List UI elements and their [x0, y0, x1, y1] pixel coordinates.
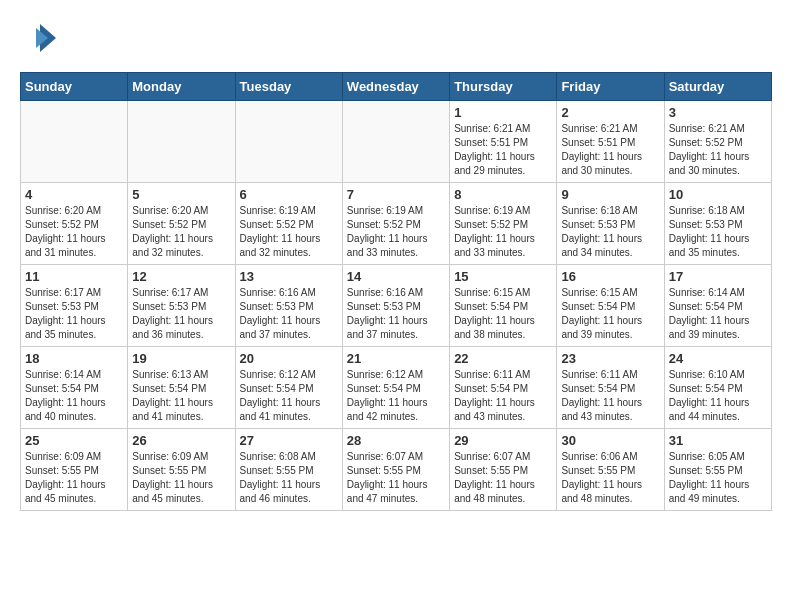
- weekday-header-wednesday: Wednesday: [342, 73, 449, 101]
- weekday-header-saturday: Saturday: [664, 73, 771, 101]
- day-info: Sunrise: 6:12 AM Sunset: 5:54 PM Dayligh…: [347, 368, 445, 424]
- day-info: Sunrise: 6:15 AM Sunset: 5:54 PM Dayligh…: [454, 286, 552, 342]
- day-info: Sunrise: 6:06 AM Sunset: 5:55 PM Dayligh…: [561, 450, 659, 506]
- day-info: Sunrise: 6:17 AM Sunset: 5:53 PM Dayligh…: [25, 286, 123, 342]
- day-info: Sunrise: 6:14 AM Sunset: 5:54 PM Dayligh…: [669, 286, 767, 342]
- day-number: 3: [669, 105, 767, 120]
- day-number: 4: [25, 187, 123, 202]
- day-number: 13: [240, 269, 338, 284]
- calendar-cell: [342, 101, 449, 183]
- calendar-cell: 14Sunrise: 6:16 AM Sunset: 5:53 PM Dayli…: [342, 265, 449, 347]
- day-number: 7: [347, 187, 445, 202]
- calendar-cell: 6Sunrise: 6:19 AM Sunset: 5:52 PM Daylig…: [235, 183, 342, 265]
- calendar-cell: 18Sunrise: 6:14 AM Sunset: 5:54 PM Dayli…: [21, 347, 128, 429]
- calendar-cell: 4Sunrise: 6:20 AM Sunset: 5:52 PM Daylig…: [21, 183, 128, 265]
- day-number: 16: [561, 269, 659, 284]
- day-info: Sunrise: 6:07 AM Sunset: 5:55 PM Dayligh…: [347, 450, 445, 506]
- day-info: Sunrise: 6:09 AM Sunset: 5:55 PM Dayligh…: [132, 450, 230, 506]
- calendar-cell: 31Sunrise: 6:05 AM Sunset: 5:55 PM Dayli…: [664, 429, 771, 511]
- calendar-cell: 1Sunrise: 6:21 AM Sunset: 5:51 PM Daylig…: [450, 101, 557, 183]
- day-number: 9: [561, 187, 659, 202]
- day-info: Sunrise: 6:21 AM Sunset: 5:51 PM Dayligh…: [454, 122, 552, 178]
- day-info: Sunrise: 6:10 AM Sunset: 5:54 PM Dayligh…: [669, 368, 767, 424]
- day-info: Sunrise: 6:11 AM Sunset: 5:54 PM Dayligh…: [561, 368, 659, 424]
- day-info: Sunrise: 6:11 AM Sunset: 5:54 PM Dayligh…: [454, 368, 552, 424]
- calendar-cell: 25Sunrise: 6:09 AM Sunset: 5:55 PM Dayli…: [21, 429, 128, 511]
- day-info: Sunrise: 6:12 AM Sunset: 5:54 PM Dayligh…: [240, 368, 338, 424]
- calendar-cell: 30Sunrise: 6:06 AM Sunset: 5:55 PM Dayli…: [557, 429, 664, 511]
- day-info: Sunrise: 6:18 AM Sunset: 5:53 PM Dayligh…: [669, 204, 767, 260]
- day-info: Sunrise: 6:18 AM Sunset: 5:53 PM Dayligh…: [561, 204, 659, 260]
- calendar-cell: 26Sunrise: 6:09 AM Sunset: 5:55 PM Dayli…: [128, 429, 235, 511]
- weekday-header-monday: Monday: [128, 73, 235, 101]
- day-number: 23: [561, 351, 659, 366]
- day-number: 27: [240, 433, 338, 448]
- calendar-cell: 10Sunrise: 6:18 AM Sunset: 5:53 PM Dayli…: [664, 183, 771, 265]
- calendar-cell: 9Sunrise: 6:18 AM Sunset: 5:53 PM Daylig…: [557, 183, 664, 265]
- day-number: 24: [669, 351, 767, 366]
- day-number: 15: [454, 269, 552, 284]
- weekday-header-thursday: Thursday: [450, 73, 557, 101]
- day-info: Sunrise: 6:19 AM Sunset: 5:52 PM Dayligh…: [347, 204, 445, 260]
- calendar-cell: 27Sunrise: 6:08 AM Sunset: 5:55 PM Dayli…: [235, 429, 342, 511]
- calendar-cell: 3Sunrise: 6:21 AM Sunset: 5:52 PM Daylig…: [664, 101, 771, 183]
- day-info: Sunrise: 6:15 AM Sunset: 5:54 PM Dayligh…: [561, 286, 659, 342]
- day-number: 12: [132, 269, 230, 284]
- day-number: 18: [25, 351, 123, 366]
- day-number: 21: [347, 351, 445, 366]
- calendar-cell: 2Sunrise: 6:21 AM Sunset: 5:51 PM Daylig…: [557, 101, 664, 183]
- day-info: Sunrise: 6:20 AM Sunset: 5:52 PM Dayligh…: [132, 204, 230, 260]
- calendar-cell: 28Sunrise: 6:07 AM Sunset: 5:55 PM Dayli…: [342, 429, 449, 511]
- day-number: 11: [25, 269, 123, 284]
- day-number: 8: [454, 187, 552, 202]
- day-info: Sunrise: 6:17 AM Sunset: 5:53 PM Dayligh…: [132, 286, 230, 342]
- day-info: Sunrise: 6:08 AM Sunset: 5:55 PM Dayligh…: [240, 450, 338, 506]
- day-number: 2: [561, 105, 659, 120]
- day-info: Sunrise: 6:13 AM Sunset: 5:54 PM Dayligh…: [132, 368, 230, 424]
- day-number: 5: [132, 187, 230, 202]
- calendar-cell: 24Sunrise: 6:10 AM Sunset: 5:54 PM Dayli…: [664, 347, 771, 429]
- calendar-cell: [21, 101, 128, 183]
- calendar-cell: 11Sunrise: 6:17 AM Sunset: 5:53 PM Dayli…: [21, 265, 128, 347]
- logo: [20, 20, 60, 56]
- day-info: Sunrise: 6:20 AM Sunset: 5:52 PM Dayligh…: [25, 204, 123, 260]
- day-info: Sunrise: 6:16 AM Sunset: 5:53 PM Dayligh…: [347, 286, 445, 342]
- day-number: 26: [132, 433, 230, 448]
- logo-icon: [20, 20, 56, 56]
- week-row-2: 4Sunrise: 6:20 AM Sunset: 5:52 PM Daylig…: [21, 183, 772, 265]
- calendar-table: SundayMondayTuesdayWednesdayThursdayFrid…: [20, 72, 772, 511]
- day-number: 1: [454, 105, 552, 120]
- calendar-cell: [235, 101, 342, 183]
- day-number: 29: [454, 433, 552, 448]
- calendar-cell: 16Sunrise: 6:15 AM Sunset: 5:54 PM Dayli…: [557, 265, 664, 347]
- calendar-cell: 17Sunrise: 6:14 AM Sunset: 5:54 PM Dayli…: [664, 265, 771, 347]
- day-number: 28: [347, 433, 445, 448]
- day-number: 19: [132, 351, 230, 366]
- day-info: Sunrise: 6:16 AM Sunset: 5:53 PM Dayligh…: [240, 286, 338, 342]
- calendar-cell: [128, 101, 235, 183]
- weekday-header-tuesday: Tuesday: [235, 73, 342, 101]
- calendar-cell: 21Sunrise: 6:12 AM Sunset: 5:54 PM Dayli…: [342, 347, 449, 429]
- week-row-1: 1Sunrise: 6:21 AM Sunset: 5:51 PM Daylig…: [21, 101, 772, 183]
- day-number: 6: [240, 187, 338, 202]
- day-info: Sunrise: 6:21 AM Sunset: 5:52 PM Dayligh…: [669, 122, 767, 178]
- week-row-5: 25Sunrise: 6:09 AM Sunset: 5:55 PM Dayli…: [21, 429, 772, 511]
- day-number: 20: [240, 351, 338, 366]
- day-info: Sunrise: 6:21 AM Sunset: 5:51 PM Dayligh…: [561, 122, 659, 178]
- day-info: Sunrise: 6:07 AM Sunset: 5:55 PM Dayligh…: [454, 450, 552, 506]
- day-info: Sunrise: 6:19 AM Sunset: 5:52 PM Dayligh…: [240, 204, 338, 260]
- week-row-4: 18Sunrise: 6:14 AM Sunset: 5:54 PM Dayli…: [21, 347, 772, 429]
- day-info: Sunrise: 6:14 AM Sunset: 5:54 PM Dayligh…: [25, 368, 123, 424]
- calendar-cell: 13Sunrise: 6:16 AM Sunset: 5:53 PM Dayli…: [235, 265, 342, 347]
- calendar-cell: 15Sunrise: 6:15 AM Sunset: 5:54 PM Dayli…: [450, 265, 557, 347]
- calendar-cell: 12Sunrise: 6:17 AM Sunset: 5:53 PM Dayli…: [128, 265, 235, 347]
- day-number: 14: [347, 269, 445, 284]
- weekday-header-sunday: Sunday: [21, 73, 128, 101]
- day-number: 22: [454, 351, 552, 366]
- weekday-header-friday: Friday: [557, 73, 664, 101]
- calendar-cell: 29Sunrise: 6:07 AM Sunset: 5:55 PM Dayli…: [450, 429, 557, 511]
- day-number: 31: [669, 433, 767, 448]
- day-number: 17: [669, 269, 767, 284]
- calendar-cell: 20Sunrise: 6:12 AM Sunset: 5:54 PM Dayli…: [235, 347, 342, 429]
- week-row-3: 11Sunrise: 6:17 AM Sunset: 5:53 PM Dayli…: [21, 265, 772, 347]
